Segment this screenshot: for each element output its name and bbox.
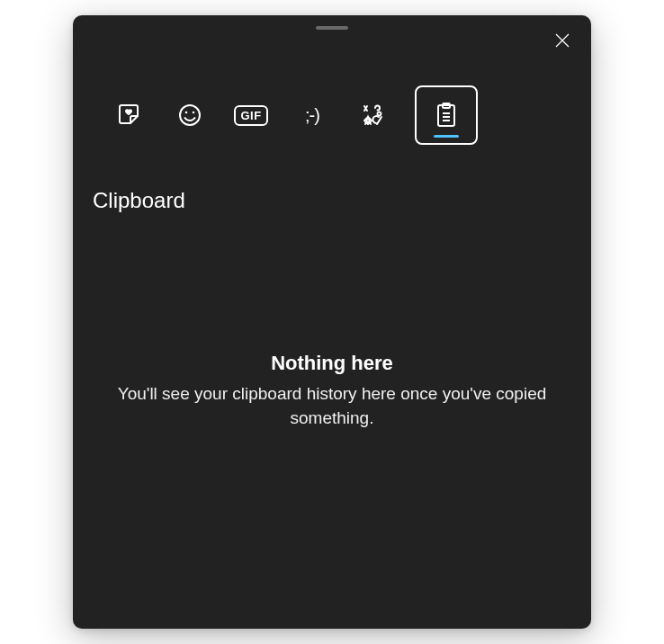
symbols-icon [362,103,385,127]
tab-gif[interactable]: GIF [231,95,271,135]
tab-kaomoji[interactable]: ;-) [292,95,332,135]
close-icon [555,33,570,48]
emoji-clipboard-panel: GIF ;-) [73,15,591,629]
svg-point-3 [185,112,188,114]
tab-symbols[interactable] [354,95,393,135]
empty-state: Nothing here You'll see your clipboard h… [73,213,591,430]
close-button[interactable] [550,28,575,53]
empty-state-title: Nothing here [100,352,564,375]
svg-point-4 [193,112,195,114]
tab-clipboard[interactable] [415,85,478,145]
svg-point-2 [180,105,200,125]
drag-handle[interactable] [316,26,348,30]
empty-state-message: You'll see your clipboard history here o… [100,382,564,430]
smiley-icon [177,103,202,128]
tab-emoji[interactable] [170,95,210,135]
heart-sticker-icon [116,103,141,128]
tab-bar: GIF ;-) [73,15,591,145]
clipboard-icon [434,102,459,129]
gif-icon: GIF [234,105,267,126]
kaomoji-icon: ;-) [305,105,319,126]
tab-recent[interactable] [109,95,148,135]
section-title: Clipboard [73,145,591,213]
